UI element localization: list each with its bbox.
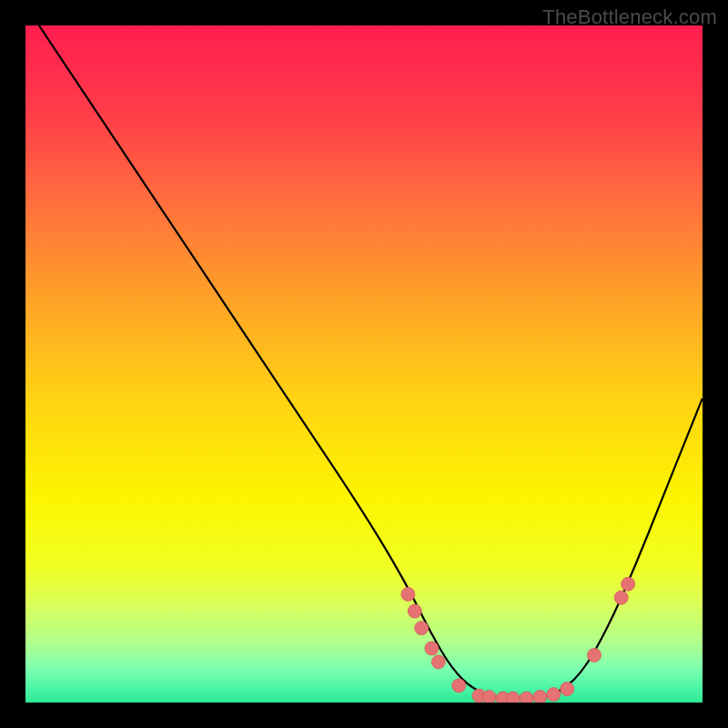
data-point [533,691,547,703]
data-point [425,642,439,655]
data-point [431,655,445,669]
data-point [408,604,421,618]
bottleneck-curve [39,25,703,699]
data-point [588,648,602,662]
data-point [506,692,520,703]
data-point [614,591,628,604]
data-point [622,577,635,591]
data-point [415,622,429,635]
chart-plot-area [25,25,703,703]
data-point [452,679,466,693]
data-point [401,588,415,602]
chart-curve-layer [25,25,703,703]
data-point [520,692,533,703]
data-point [482,691,496,703]
data-point [561,682,574,696]
data-point [547,688,561,702]
watermark-text: TheBottleneck.com [542,5,717,29]
